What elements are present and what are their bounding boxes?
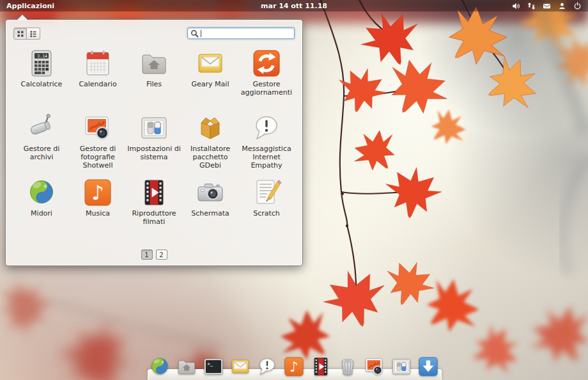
app-label: Files [146, 81, 162, 89]
dock-system-settings-icon[interactable] [391, 356, 412, 377]
app-gdebi[interactable]: Installatore pacchetto GDebi [182, 113, 238, 177]
app-label: Scratch [253, 210, 280, 218]
app-label: Impostazioni di sistema [127, 145, 182, 162]
app-scratch[interactable]: Scratch [238, 177, 295, 242]
page-2-button[interactable]: 2 [156, 249, 167, 260]
dock-music-icon[interactable] [283, 356, 305, 377]
app-label: Calcolatrice [21, 81, 63, 89]
dock-shotwell-photos-icon[interactable] [364, 356, 385, 377]
screenshot-camera-icon [195, 177, 226, 208]
app-label: Geary Mail [192, 81, 229, 89]
user-accounts-icon[interactable] [558, 2, 566, 10]
app-shotwell[interactable]: Gestore di fotografie Shotwell [70, 113, 126, 177]
app-label: Calendario [79, 81, 116, 89]
app-label: Midori [31, 210, 52, 218]
mail-icon [195, 48, 226, 79]
calculator-icon [26, 48, 57, 79]
app-midori[interactable]: Midori [13, 177, 70, 242]
updates-icon [251, 48, 282, 79]
indicator-area [512, 2, 588, 10]
top-panel: Applicazioni mar 14 ott 11.18 [0, 0, 588, 12]
power-icon[interactable] [573, 2, 582, 10]
app-files[interactable]: Files [126, 48, 182, 113]
music-icon [82, 177, 113, 208]
dock [149, 356, 439, 377]
search-input[interactable] [203, 28, 291, 38]
category-view-icon [29, 30, 37, 38]
page-1-button[interactable]: 1 [141, 249, 153, 260]
network-sync-icon[interactable] [527, 2, 536, 10]
app-empathy[interactable]: Messaggistica Internet Empathy [238, 113, 295, 177]
applications-menu-button[interactable]: Applicazioni [0, 0, 61, 12]
app-label: Messaggistica Internet Empathy [239, 145, 294, 170]
app-label: Gestore di archivi [14, 145, 69, 162]
app-label: Schermata [191, 210, 229, 218]
package-icon [195, 113, 226, 143]
app-label: Gestore di fotografie Shotwell [70, 145, 125, 170]
app-grid: Calcolatrice Calendario Files Geary Mail… [13, 48, 295, 242]
text-caret [201, 30, 201, 37]
app-launcher-popover: Calcolatrice Calendario Files Geary Mail… [5, 19, 303, 266]
grid-view-button[interactable] [13, 28, 27, 40]
desktop: Applicazioni mar 14 ott 11.18 [0, 0, 588, 380]
dock-empathy-chat-icon[interactable] [256, 356, 278, 377]
app-musica[interactable]: Musica [70, 177, 126, 242]
category-view-button[interactable] [27, 28, 40, 40]
app-geary-mail[interactable]: Geary Mail [182, 48, 238, 113]
app-calcolatrice[interactable]: Calcolatrice [13, 48, 70, 113]
web-browser-icon [26, 177, 57, 208]
app-calendario[interactable]: Calendario [70, 48, 126, 113]
app-label: Musica [86, 210, 110, 218]
text-editor-icon [251, 177, 282, 208]
dock-geary-mail-icon[interactable] [229, 356, 251, 377]
dock-videos-icon[interactable] [310, 356, 332, 377]
app-gestore-aggiornamenti[interactable]: Gestore aggiornamenti [238, 48, 295, 113]
chat-icon [251, 113, 282, 143]
view-toggle [13, 28, 40, 40]
dock-files-icon[interactable] [176, 356, 197, 377]
folder-icon [139, 48, 169, 79]
calendar-icon [82, 48, 113, 79]
search-box [187, 28, 295, 39]
app-impostazioni-sistema[interactable]: Impostazioni di sistema [126, 113, 182, 177]
app-schermata[interactable]: Schermata [182, 177, 238, 242]
volume-icon[interactable] [512, 2, 520, 10]
clock-label: mar 14 ott 11.18 [261, 2, 327, 10]
app-label: Installatore pacchetto GDebi [183, 145, 238, 170]
app-gestore-archivi[interactable]: Gestore di archivi [13, 113, 70, 177]
app-label: Gestore aggiornamenti [239, 81, 294, 97]
dock-terminal-icon[interactable] [203, 356, 224, 377]
applications-menu-label: Applicazioni [6, 2, 54, 10]
settings-icon [139, 113, 169, 143]
dock-trash-icon[interactable] [337, 356, 359, 377]
dock-downloads-icon[interactable] [417, 356, 439, 377]
app-label: Riproduttore filmati [127, 210, 182, 226]
search-icon [190, 29, 199, 38]
app-riproduttore-filmati[interactable]: Riproduttore filmati [126, 177, 182, 242]
video-player-icon [139, 177, 169, 208]
grid-view-icon [17, 30, 24, 38]
dock-midori-browser-icon[interactable] [149, 356, 171, 377]
photos-icon [82, 113, 113, 143]
page-switcher: 1 2 [6, 249, 302, 260]
mail-indicator-icon[interactable] [543, 2, 551, 10]
archive-icon [26, 113, 57, 143]
clock-indicator[interactable]: mar 14 ott 11.18 [261, 2, 327, 10]
